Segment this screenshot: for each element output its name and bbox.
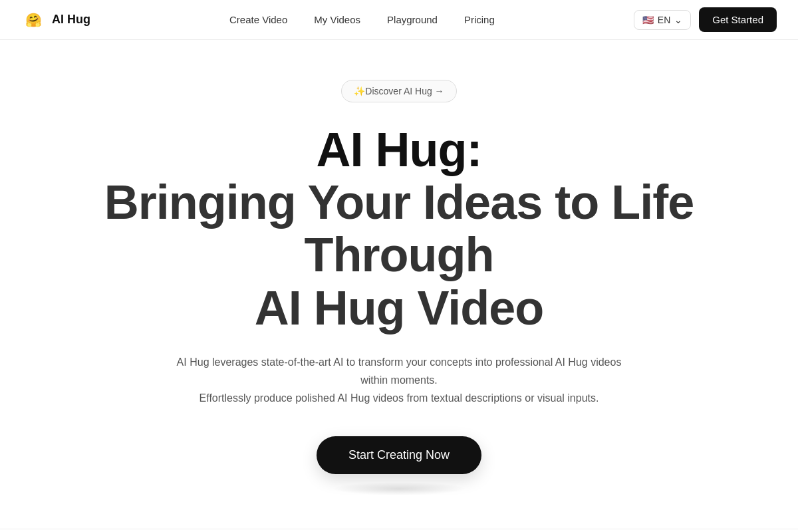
hero-subtitle: AI Hug leverages state-of-the-art AI to … [166, 353, 632, 408]
language-selector[interactable]: 🇺🇸 EN ⌄ [634, 10, 691, 30]
hero-subtitle-line2: Effortlessly produce polished AI Hug vid… [200, 392, 599, 404]
hero-title-line1: AI Hug: [317, 123, 482, 176]
start-creating-button[interactable]: Start Creating Now [317, 436, 481, 474]
hero-title: AI Hug: Bringing Your Ideas to Life Thro… [33, 124, 765, 334]
flag-icon: 🇺🇸 [642, 15, 654, 25]
hero-title-line2: Bringing Your Ideas to Life Through [104, 176, 694, 281]
button-shadow [332, 482, 466, 495]
brand-logo[interactable]: 🤗 AI Hug [21, 8, 90, 32]
nav-link-playground[interactable]: Playground [387, 14, 438, 25]
nav-links: Create Video My Videos Playground Pricin… [229, 14, 495, 25]
navbar: 🤗 AI Hug Create Video My Videos Playgrou… [0, 0, 798, 40]
brand-name: AI Hug [52, 13, 90, 27]
nav-link-create-video[interactable]: Create Video [229, 14, 287, 25]
hero-section: ✨Discover AI Hug → AI Hug: Bringing Your… [0, 40, 798, 509]
nav-link-pricing[interactable]: Pricing [464, 14, 495, 25]
get-started-button[interactable]: Get Started [699, 7, 777, 32]
discover-badge[interactable]: ✨Discover AI Hug → [341, 80, 456, 102]
showcase-section: We can swiftly create an AI Hug video sh… [0, 529, 798, 532]
hero-subtitle-line1: AI Hug leverages state-of-the-art AI to … [177, 356, 622, 386]
chevron-down-icon: ⌄ [674, 15, 682, 25]
lang-code: EN [658, 15, 670, 25]
nav-link-my-videos[interactable]: My Videos [314, 14, 360, 25]
hero-title-line3: AI Hug Video [255, 281, 544, 334]
nav-right: 🇺🇸 EN ⌄ Get Started [634, 7, 777, 32]
logo-icon: 🤗 [21, 8, 45, 32]
